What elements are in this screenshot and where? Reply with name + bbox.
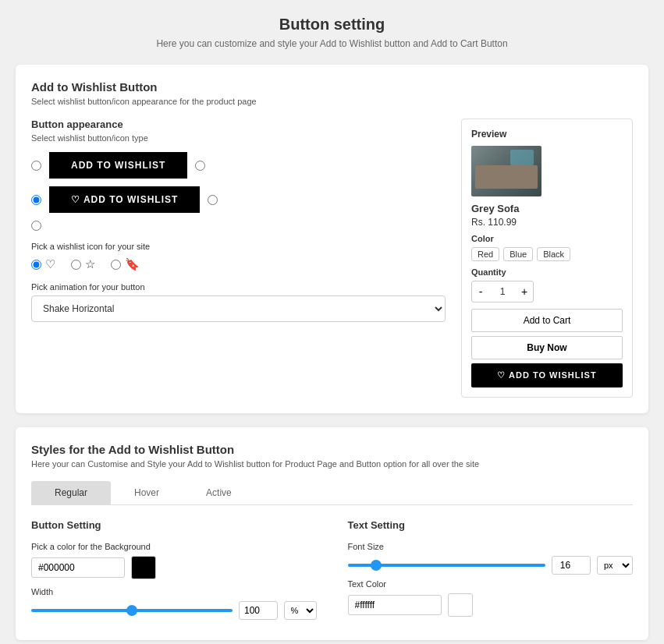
bookmark-icon-radio[interactable] (111, 260, 121, 270)
buy-now-button[interactable]: Buy Now (471, 336, 623, 359)
button-setting-col: Button Setting Pick a color for the Back… (31, 519, 317, 625)
add-to-cart-button[interactable]: Add to Cart (471, 309, 623, 332)
width-slider[interactable] (31, 609, 233, 612)
font-size-slider-row: px em (348, 556, 634, 575)
font-size-slider[interactable] (348, 564, 546, 567)
animation-select[interactable]: None Shake Horizontal Pulse Bounce Spin (31, 295, 446, 322)
heart-icon-option[interactable]: ♡ (31, 257, 55, 271)
wishlist-card-title: Add to Wishlist Button (31, 80, 633, 94)
color-blue[interactable]: Blue (503, 247, 533, 261)
button-option-2-radio[interactable] (31, 195, 41, 205)
bg-color-input[interactable] (31, 557, 125, 578)
star-icon: ☆ (85, 257, 95, 271)
animation-label: Pick animation for your button (31, 282, 446, 292)
width-unit-select[interactable]: % px (284, 601, 317, 620)
text-color-swatch[interactable] (448, 593, 473, 617)
text-setting-col: Text Setting Font Size px em Text Color (348, 519, 634, 625)
preview-label: Preview (471, 129, 623, 140)
button-option-1-row: ADD TO WISHLIST (31, 152, 446, 179)
quantity-control: - 1 + (471, 281, 534, 303)
button-option-2-radio-right[interactable] (208, 195, 218, 205)
product-name: Grey Sofa (471, 203, 623, 214)
product-price: Rs. 110.99 (471, 217, 623, 228)
button-option-3-row (31, 221, 446, 231)
text-setting-heading: Text Setting (348, 519, 634, 531)
button-option-3-radio[interactable] (31, 221, 41, 231)
width-slider-row: % px (31, 601, 317, 620)
button-option-2-row: ♡ ADD TO WISHLIST (31, 186, 446, 213)
tab-regular[interactable]: Regular (31, 481, 111, 504)
color-options: Red Blue Black (471, 247, 623, 261)
bg-color-swatch[interactable] (131, 556, 156, 579)
pick-icon-label: Pick a wishlist icon for your site (31, 242, 446, 251)
quantity-increase[interactable]: + (516, 281, 533, 302)
quantity-decrease[interactable]: - (472, 281, 489, 302)
color-red[interactable]: Red (471, 247, 499, 261)
heart-icon: ♡ (45, 257, 55, 271)
text-color-label: Text Color (348, 579, 634, 589)
icon-options: ♡ ☆ 🔖 (31, 257, 446, 271)
tab-active[interactable]: Active (183, 481, 255, 504)
quantity-value: 1 (489, 286, 516, 297)
color-black[interactable]: Black (537, 247, 570, 261)
button-setting-heading: Button Setting (31, 519, 317, 531)
wishlist-button-card: Add to Wishlist Button Select wishlist b… (16, 65, 648, 413)
left-column: Button appearance Select wishlist button… (31, 119, 446, 398)
color-label: Color (471, 234, 623, 243)
width-value-input[interactable] (239, 601, 278, 620)
heart-icon-radio[interactable] (31, 260, 41, 270)
text-color-row (348, 593, 634, 617)
wishlist-plain-button[interactable]: ADD TO WISHLIST (49, 152, 187, 179)
font-size-unit-select[interactable]: px em (597, 556, 633, 575)
wishlist-icon-button[interactable]: ♡ ADD TO WISHLIST (49, 186, 200, 213)
wishlist-card-subtitle: Select wishlist button/icon appearance f… (31, 97, 633, 106)
font-size-label: Font Size (348, 542, 634, 551)
width-label: Width (31, 587, 317, 596)
star-icon-radio[interactable] (71, 260, 81, 270)
styles-card-subtitle: Here your can Customise and Style your A… (31, 459, 633, 469)
bookmark-icon: 🔖 (125, 257, 140, 271)
add-to-wishlist-preview-button[interactable]: ♡ ADD TO WISHLIST (471, 363, 623, 387)
bookmark-icon-option[interactable]: 🔖 (111, 257, 140, 271)
bg-color-row (31, 556, 317, 579)
button-appearance-heading: Button appearance (31, 119, 446, 130)
style-tabs: Regular Hover Active (31, 481, 633, 505)
button-appearance-subheading: Select wishlist button/icon type (31, 133, 446, 143)
button-option-1-radio-right[interactable] (195, 161, 205, 171)
button-option-1-radio[interactable] (31, 161, 41, 171)
font-size-value-input[interactable] (552, 556, 591, 575)
quantity-label: Quantity (471, 267, 623, 277)
styles-card: Styles for the Add to Wishlist Button He… (16, 427, 648, 640)
product-image (471, 146, 541, 196)
star-icon-option[interactable]: ☆ (71, 257, 95, 271)
styles-card-title: Styles for the Add to Wishlist Button (31, 443, 633, 456)
page-title: Button setting (16, 16, 648, 34)
text-color-input[interactable] (348, 595, 442, 615)
styles-columns: Button Setting Pick a color for the Back… (31, 519, 633, 625)
page-subtitle: Here you can customize and style your Ad… (16, 38, 648, 49)
bg-color-label: Pick a color for the Background (31, 542, 317, 551)
preview-panel: Preview Grey Sofa Rs. 110.99 Color Red B… (461, 119, 633, 398)
tab-hover[interactable]: Hover (111, 481, 183, 504)
